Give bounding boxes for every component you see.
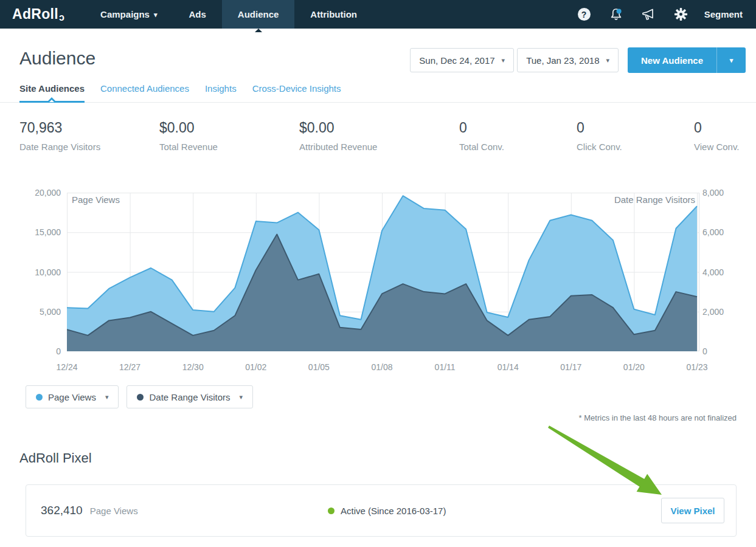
top-navbar: AdRollɔ Campaigns ▾ Ads Audience Attribu… xyxy=(0,0,756,29)
page-views-color-dot xyxy=(36,394,43,401)
nav-item-label: Attribution xyxy=(310,9,357,19)
adroll-pixel-heading: AdRoll Pixel xyxy=(19,450,756,466)
new-audience-dropdown-button[interactable]: ▾ xyxy=(716,47,746,73)
tab-cross-device-insights[interactable]: Cross-Device Insights xyxy=(252,80,341,103)
date-range-visitors-color-dot xyxy=(137,394,144,401)
start-date-picker[interactable]: Sun, Dec 24, 2017 ▾ xyxy=(410,48,514,72)
tab-connected-audiences[interactable]: Connected Audiences xyxy=(100,80,189,103)
stat-click-conv: 0 Click Conv. xyxy=(577,120,622,152)
active-status-dot xyxy=(328,507,335,514)
nav-item-campaigns[interactable]: Campaigns ▾ xyxy=(85,0,173,29)
x-axis-tick-label: 01/11 xyxy=(424,362,466,373)
x-axis-tick-label: 01/14 xyxy=(487,362,529,373)
announcements-button[interactable] xyxy=(633,8,665,21)
caret-down-icon: ▾ xyxy=(240,393,243,401)
stat-label: View Conv. xyxy=(694,142,739,152)
settings-button[interactable] xyxy=(665,7,697,21)
stat-label: Click Conv. xyxy=(577,142,622,152)
stat-label: Total Conv. xyxy=(459,142,504,152)
metrics-footnote: * Metrics in the last 48 hours are not f… xyxy=(0,413,737,422)
pixel-page-views-label: Page Views xyxy=(90,506,138,516)
stat-value: 0 xyxy=(459,120,504,136)
gear-icon xyxy=(674,7,688,21)
caret-down-icon: ▾ xyxy=(105,393,109,401)
y-axis-tick-label: 6,000 xyxy=(702,227,745,238)
adroll-logo-hook-icon: ɔ xyxy=(59,12,64,22)
caret-down-icon: ▾ xyxy=(730,57,733,64)
bell-icon xyxy=(609,7,623,22)
stat-value: 0 xyxy=(577,120,622,136)
y-axis-tick-label: 20,000 xyxy=(17,187,61,198)
notifications-button[interactable] xyxy=(600,7,633,22)
x-axis-tick-label: 01/08 xyxy=(361,362,403,373)
tab-site-audiences[interactable]: Site Audiences xyxy=(19,80,85,103)
y-axis-tick-label: 10,000 xyxy=(17,267,61,278)
chart-legend: Page Views ▾ Date Range Visitors ▾ xyxy=(26,385,756,408)
page-header: Audience Sun, Dec 24, 2017 ▾ Tue, Jan 23… xyxy=(0,29,756,72)
y-axis-tick-label: 5,000 xyxy=(17,306,61,317)
y-axis-tick-label: 0 xyxy=(702,346,745,357)
pixel-status: Active (Since 2016-03-17) xyxy=(328,506,446,516)
legend-page-views-dropdown[interactable]: Page Views ▾ xyxy=(26,385,119,408)
nav-item-label: Campaigns xyxy=(100,9,150,19)
caret-down-icon: ▾ xyxy=(502,57,505,64)
x-axis-tick-label: 01/23 xyxy=(676,362,718,373)
adroll-pixel-card: 362,410 Page Views Active (Since 2016-03… xyxy=(26,484,737,537)
tab-label: Connected Audiences xyxy=(100,83,189,94)
stat-label: Total Revenue xyxy=(159,142,218,152)
help-icon: ? xyxy=(578,8,591,21)
nav-item-label: Audience xyxy=(238,9,279,19)
y-axis-tick-label: 15,000 xyxy=(17,227,61,238)
nav-item-ads[interactable]: Ads xyxy=(173,0,222,29)
start-date-value: Sun, Dec 24, 2017 xyxy=(419,55,494,66)
chart-plot-area xyxy=(67,193,699,351)
main-nav: Campaigns ▾ Ads Audience Attribution xyxy=(85,0,373,29)
new-audience-button[interactable]: New Audience xyxy=(628,47,716,73)
notification-badge xyxy=(617,9,622,13)
stat-value: 70,963 xyxy=(19,120,100,136)
x-axis-tick-label: 12/30 xyxy=(172,362,214,373)
tab-label: Cross-Device Insights xyxy=(252,83,341,94)
caret-down-icon: ▾ xyxy=(606,57,610,64)
view-pixel-button[interactable]: View Pixel xyxy=(661,498,724,523)
y-axis-tick-label: 0 xyxy=(17,346,61,357)
end-date-value: Tue, Jan 23, 2018 xyxy=(526,55,599,66)
x-axis-tick-label: 01/05 xyxy=(297,362,340,373)
x-axis-tick-label: 01/02 xyxy=(235,362,277,373)
nav-item-attribution[interactable]: Attribution xyxy=(294,0,373,29)
stat-label: Attributed Revenue xyxy=(299,142,377,152)
nav-item-audience[interactable]: Audience xyxy=(222,0,295,29)
end-date-picker[interactable]: Tue, Jan 23, 2018 ▾ xyxy=(517,48,619,72)
summary-stats: 70,963 Date Range Visitors $0.00 Total R… xyxy=(0,103,756,159)
y-axis-tick-label: 4,000 xyxy=(702,267,745,278)
page-title: Audience xyxy=(19,48,95,69)
account-menu[interactable]: Segment xyxy=(704,9,743,19)
nav-item-label: Ads xyxy=(189,9,206,19)
stat-value: $0.00 xyxy=(299,120,377,136)
legend-label: Page Views xyxy=(48,392,96,402)
header-controls: Sun, Dec 24, 2017 ▾ Tue, Jan 23, 2018 ▾ … xyxy=(410,47,746,73)
pixel-page-views-value: 362,410 xyxy=(41,504,83,517)
stat-view-conv: 0 View Conv. xyxy=(694,120,739,152)
megaphone-icon xyxy=(641,8,656,21)
caret-down-icon: ▾ xyxy=(154,11,158,19)
stat-value: $0.00 xyxy=(159,120,218,136)
x-axis-tick-label: 12/24 xyxy=(46,362,88,373)
x-axis-tick-label: 01/17 xyxy=(550,362,592,373)
adroll-logo[interactable]: AdRollɔ xyxy=(12,6,64,22)
y-axis-tick-label: 2,000 xyxy=(702,306,745,317)
tab-label: Site Audiences xyxy=(19,83,85,94)
tab-label: Insights xyxy=(205,83,237,94)
help-button[interactable]: ? xyxy=(568,8,600,21)
adroll-logo-text: AdRoll xyxy=(12,6,58,22)
stat-label: Date Range Visitors xyxy=(19,142,100,152)
y-axis-tick-label: 8,000 xyxy=(702,187,745,198)
x-axis-tick-label: 01/20 xyxy=(612,362,655,373)
legend-date-range-visitors-dropdown[interactable]: Date Range Visitors ▾ xyxy=(127,385,253,408)
tab-insights[interactable]: Insights xyxy=(205,80,237,103)
stat-total-revenue: $0.00 Total Revenue xyxy=(159,120,218,152)
x-axis-tick-label: 12/27 xyxy=(109,362,151,373)
stat-date-range-visitors: 70,963 Date Range Visitors xyxy=(19,120,100,152)
stat-attributed-revenue: $0.00 Attributed Revenue xyxy=(299,120,377,152)
traffic-area-chart: Page Views Date Range Visitors 05,00010,… xyxy=(0,188,756,372)
